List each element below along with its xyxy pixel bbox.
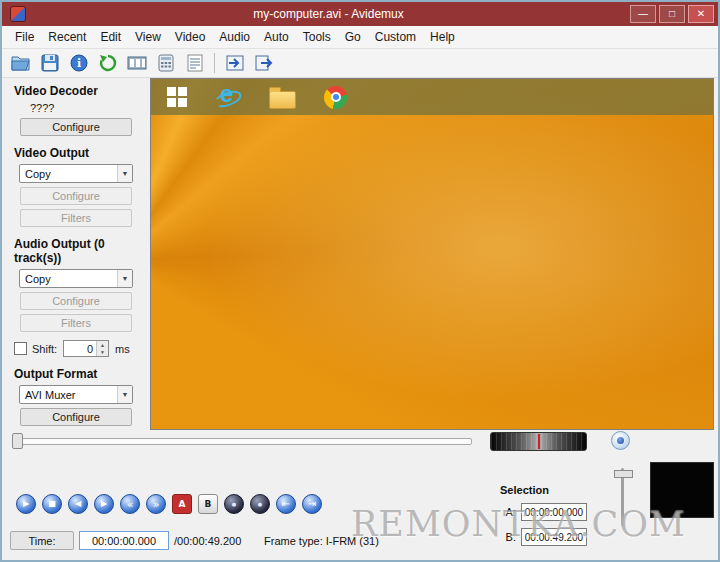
- go-to-marker-b-icon: [254, 54, 274, 72]
- open-button[interactable]: [7, 51, 34, 76]
- calculator-button[interactable]: [152, 51, 179, 76]
- chevron-down-icon: ▼: [117, 386, 132, 403]
- video-output-selected: Copy: [20, 168, 117, 180]
- menu-custom[interactable]: Custom: [368, 28, 423, 46]
- go-to-marker-a-icon: [225, 54, 245, 72]
- shift-value: 0: [64, 341, 96, 356]
- reload-button[interactable]: [94, 51, 121, 76]
- menu-recent[interactable]: Recent: [41, 28, 93, 46]
- shift-spinner[interactable]: 0 ▲▼: [63, 340, 109, 357]
- marker-b-label: B:: [500, 531, 516, 543]
- play-button[interactable]: ▶: [16, 494, 36, 514]
- selection-panel: Selection A: 00:00:00.000 B: 00:00:49.20…: [500, 484, 610, 546]
- stop-button[interactable]: ■: [42, 494, 62, 514]
- time-toggle-button[interactable]: Time:: [10, 531, 74, 550]
- last-frame-button[interactable]: ⇥: [302, 494, 322, 514]
- job-list-button[interactable]: [181, 51, 208, 76]
- video-output-label: Video Output: [14, 146, 148, 160]
- app-icon: [10, 6, 26, 22]
- audio-filters-button[interactable]: Filters: [20, 314, 132, 332]
- window-controls: — □ ✕: [627, 5, 714, 23]
- menu-help[interactable]: Help: [423, 28, 462, 46]
- chevron-down-icon: ▼: [117, 270, 132, 287]
- next-keyframe-button[interactable]: »: [146, 494, 166, 514]
- audio-output-select[interactable]: Copy ▼: [19, 269, 133, 288]
- menu-tools[interactable]: Tools: [296, 28, 338, 46]
- first-frame-button[interactable]: ⇤: [276, 494, 296, 514]
- go-to-marker-a-button[interactable]: [221, 51, 248, 76]
- previous-keyframe-button[interactable]: «: [120, 494, 140, 514]
- audio-shift-row: Shift: 0 ▲▼ ms: [14, 340, 148, 357]
- reload-icon: [99, 54, 117, 72]
- menu-bar: File Recent Edit View Video Audio Auto T…: [2, 26, 718, 49]
- set-marker-b-button[interactable]: B: [198, 494, 218, 514]
- set-marker-a-button[interactable]: A: [172, 494, 192, 514]
- total-duration: /00:00:49.200: [174, 535, 241, 547]
- desktop-taskbar: e: [151, 79, 713, 115]
- close-button[interactable]: ✕: [688, 5, 714, 23]
- menu-file[interactable]: File: [8, 28, 41, 46]
- save-button[interactable]: [36, 51, 63, 76]
- output-format-selected: AVI Muxer: [20, 389, 117, 401]
- next-black-frame-button[interactable]: ●: [250, 494, 270, 514]
- file-explorer-icon: [269, 91, 296, 109]
- windows-start-icon: [167, 87, 187, 107]
- audio-output-label: Audio Output (0 track(s)): [14, 237, 148, 265]
- volume-handle[interactable]: [614, 470, 633, 478]
- menu-video[interactable]: Video: [168, 28, 212, 46]
- avidemux-window: my-computer.avi - Avidemux — □ ✕ File Re…: [0, 0, 720, 562]
- video-filters-button[interactable]: Filters: [20, 209, 132, 227]
- marker-b-field[interactable]: 00:00:49.200: [521, 528, 587, 546]
- maximize-button[interactable]: □: [659, 5, 685, 23]
- video-decoder-label: Video Decoder: [14, 84, 148, 98]
- shift-label: Shift:: [32, 343, 57, 355]
- sidebar: Video Decoder ???? Configure Video Outpu…: [4, 78, 148, 430]
- video-output-configure-button[interactable]: Configure: [20, 187, 132, 205]
- shuttle-needle: [538, 434, 540, 449]
- video-preview: e: [150, 78, 714, 430]
- seek-slider[interactable]: [12, 438, 472, 445]
- marker-a-label: A:: [500, 506, 516, 518]
- menu-edit[interactable]: Edit: [93, 28, 128, 46]
- calculator-icon: [158, 54, 174, 72]
- svg-text:i: i: [76, 57, 80, 70]
- toolbar-separator: [214, 53, 215, 73]
- menu-auto[interactable]: Auto: [257, 28, 296, 46]
- toolbar: i: [2, 49, 718, 78]
- frame-type-label: Frame type: I-FRM (31): [264, 535, 379, 547]
- output-format-select[interactable]: AVI Muxer ▼: [19, 385, 133, 404]
- chrome-icon: [324, 86, 347, 109]
- transport-controls: ▶ ■ ◀ ▶ « » A B ● ● ⇤ ⇥: [16, 494, 322, 514]
- audio-output-configure-button[interactable]: Configure: [20, 292, 132, 310]
- output-format-configure-button[interactable]: Configure: [20, 408, 132, 426]
- go-to-marker-b-button[interactable]: [250, 51, 277, 76]
- shuttle-reset-button[interactable]: [611, 431, 630, 450]
- menu-audio[interactable]: Audio: [212, 28, 257, 46]
- window-title: my-computer.avi - Avidemux: [30, 7, 627, 21]
- file-information-icon: i: [70, 54, 88, 72]
- shift-checkbox[interactable]: [14, 342, 27, 355]
- information-button[interactable]: i: [65, 51, 92, 76]
- current-time-field[interactable]: 00:00:00.000: [79, 531, 169, 550]
- seek-handle[interactable]: [12, 433, 23, 449]
- save-file-icon: [41, 54, 59, 72]
- minimize-button[interactable]: —: [630, 5, 656, 23]
- save-video-icon: [127, 55, 147, 71]
- vu-meter: [650, 462, 714, 518]
- previous-black-frame-button[interactable]: ●: [224, 494, 244, 514]
- spinner-arrows-icon[interactable]: ▲▼: [96, 341, 108, 356]
- previous-frame-button[interactable]: ◀: [68, 494, 88, 514]
- title-bar: my-computer.avi - Avidemux — □ ✕: [2, 2, 718, 26]
- shuttle-wheel[interactable]: [490, 432, 587, 451]
- menu-view[interactable]: View: [128, 28, 168, 46]
- shift-unit: ms: [115, 343, 130, 355]
- marker-a-field[interactable]: 00:00:00.000: [521, 503, 587, 521]
- video-decoder-configure-button[interactable]: Configure: [20, 118, 132, 136]
- save-video-button[interactable]: [123, 51, 150, 76]
- video-output-select[interactable]: Copy ▼: [19, 164, 133, 183]
- chevron-down-icon: ▼: [117, 165, 132, 182]
- output-format-label: Output Format: [14, 367, 148, 381]
- next-frame-button[interactable]: ▶: [94, 494, 114, 514]
- selection-title: Selection: [500, 484, 610, 496]
- menu-go[interactable]: Go: [338, 28, 368, 46]
